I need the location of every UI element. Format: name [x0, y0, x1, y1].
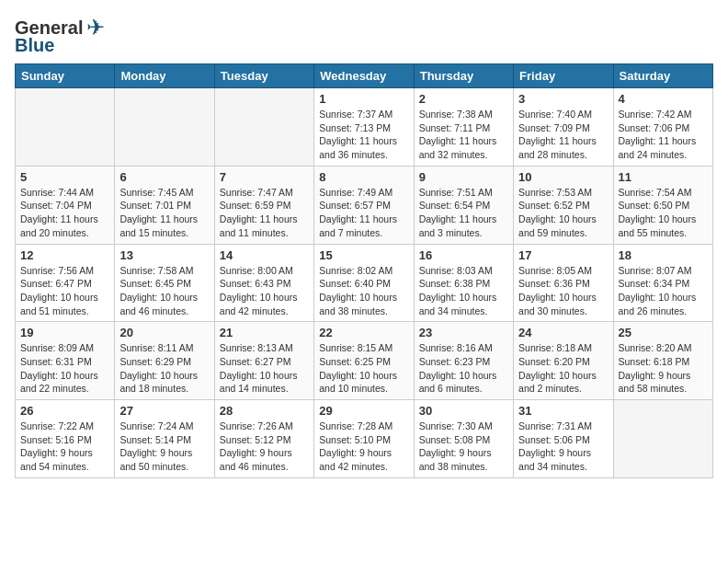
- day-info: Sunrise: 7:58 AM Sunset: 6:45 PM Dayligh…: [119, 264, 209, 318]
- calendar-cell: 29Sunrise: 7:28 AM Sunset: 5:10 PM Dayli…: [314, 400, 414, 478]
- day-number: 24: [518, 326, 608, 339]
- day-number: 7: [220, 170, 309, 184]
- day-info: Sunrise: 7:51 AM Sunset: 6:54 PM Dayligh…: [419, 186, 508, 240]
- day-number: 25: [619, 326, 708, 339]
- day-info: Sunrise: 7:45 AM Sunset: 7:01 PM Dayligh…: [119, 186, 209, 240]
- calendar-cell: 15Sunrise: 8:02 AM Sunset: 6:40 PM Dayli…: [314, 244, 414, 322]
- day-number: 15: [319, 248, 408, 262]
- day-number: 23: [419, 326, 508, 339]
- day-number: 19: [20, 326, 109, 339]
- day-info: Sunrise: 8:20 AM Sunset: 6:18 PM Dayligh…: [619, 341, 708, 396]
- day-info: Sunrise: 7:22 AM Sunset: 5:16 PM Dayligh…: [20, 419, 109, 474]
- calendar-cell: 22Sunrise: 8:15 AM Sunset: 6:25 PM Dayli…: [314, 322, 414, 400]
- calendar-cell: [16, 88, 115, 167]
- weekday-header-sunday: Sunday: [16, 64, 115, 88]
- calendar-cell: 14Sunrise: 8:00 AM Sunset: 6:43 PM Dayli…: [214, 244, 313, 322]
- calendar-cell: 31Sunrise: 7:31 AM Sunset: 5:06 PM Dayli…: [514, 400, 613, 478]
- calendar-cell: 17Sunrise: 8:05 AM Sunset: 6:36 PM Dayli…: [514, 244, 613, 322]
- calendar-cell: 21Sunrise: 8:13 AM Sunset: 6:27 PM Dayli…: [214, 322, 313, 400]
- day-number: 8: [319, 170, 408, 184]
- day-number: 30: [419, 404, 508, 418]
- calendar-cell: 11Sunrise: 7:54 AM Sunset: 6:50 PM Dayli…: [613, 166, 712, 244]
- day-info: Sunrise: 7:49 AM Sunset: 6:57 PM Dayligh…: [319, 186, 408, 240]
- day-number: 1: [319, 92, 408, 106]
- day-number: 9: [419, 170, 508, 184]
- calendar-cell: 4Sunrise: 7:42 AM Sunset: 7:06 PM Daylig…: [613, 88, 712, 167]
- day-number: 29: [319, 404, 408, 418]
- day-info: Sunrise: 7:42 AM Sunset: 7:06 PM Dayligh…: [619, 108, 708, 162]
- day-number: 21: [220, 326, 309, 339]
- day-number: 6: [119, 170, 209, 184]
- calendar-cell: 10Sunrise: 7:53 AM Sunset: 6:52 PM Dayli…: [514, 166, 613, 244]
- day-info: Sunrise: 8:11 AM Sunset: 6:29 PM Dayligh…: [119, 341, 209, 396]
- calendar-cell: 7Sunrise: 7:47 AM Sunset: 6:59 PM Daylig…: [214, 166, 313, 244]
- calendar-cell: 13Sunrise: 7:58 AM Sunset: 6:45 PM Dayli…: [115, 244, 214, 322]
- calendar-cell: 19Sunrise: 8:09 AM Sunset: 6:31 PM Dayli…: [16, 322, 115, 400]
- weekday-header-wednesday: Wednesday: [314, 64, 414, 88]
- day-number: 31: [518, 404, 608, 418]
- day-number: 5: [20, 170, 109, 184]
- calendar-week-row: 1Sunrise: 7:37 AM Sunset: 7:13 PM Daylig…: [16, 88, 713, 167]
- day-number: 10: [518, 170, 608, 184]
- calendar-cell: 8Sunrise: 7:49 AM Sunset: 6:57 PM Daylig…: [314, 166, 414, 244]
- day-info: Sunrise: 7:24 AM Sunset: 5:14 PM Dayligh…: [119, 419, 209, 474]
- calendar-week-row: 5Sunrise: 7:44 AM Sunset: 7:04 PM Daylig…: [16, 166, 713, 244]
- calendar-cell: 20Sunrise: 8:11 AM Sunset: 6:29 PM Dayli…: [115, 322, 214, 400]
- calendar-cell: 1Sunrise: 7:37 AM Sunset: 7:13 PM Daylig…: [314, 88, 414, 167]
- day-info: Sunrise: 8:00 AM Sunset: 6:43 PM Dayligh…: [220, 264, 309, 318]
- day-info: Sunrise: 8:05 AM Sunset: 6:36 PM Dayligh…: [518, 264, 608, 318]
- day-number: 2: [419, 92, 508, 106]
- calendar-cell: 16Sunrise: 8:03 AM Sunset: 6:38 PM Dayli…: [414, 244, 513, 322]
- calendar-cell: 25Sunrise: 8:20 AM Sunset: 6:18 PM Dayli…: [613, 322, 712, 400]
- day-info: Sunrise: 7:31 AM Sunset: 5:06 PM Dayligh…: [518, 419, 608, 474]
- day-info: Sunrise: 7:54 AM Sunset: 6:50 PM Dayligh…: [619, 186, 708, 240]
- day-number: 20: [119, 326, 209, 339]
- day-info: Sunrise: 7:56 AM Sunset: 6:47 PM Dayligh…: [20, 264, 109, 318]
- calendar-cell: [214, 88, 313, 167]
- calendar-header-row: SundayMondayTuesdayWednesdayThursdayFrid…: [16, 64, 713, 88]
- day-number: 14: [220, 248, 309, 262]
- day-info: Sunrise: 7:26 AM Sunset: 5:12 PM Dayligh…: [220, 419, 309, 474]
- weekday-header-saturday: Saturday: [613, 64, 712, 88]
- logo: General ✈ Blue: [15, 15, 105, 56]
- day-number: 17: [518, 248, 608, 262]
- calendar-cell: 28Sunrise: 7:26 AM Sunset: 5:12 PM Dayli…: [214, 400, 313, 478]
- day-number: 18: [619, 248, 708, 262]
- logo-blue-text: Blue: [15, 35, 54, 56]
- weekday-header-tuesday: Tuesday: [214, 64, 313, 88]
- calendar-week-row: 12Sunrise: 7:56 AM Sunset: 6:47 PM Dayli…: [16, 244, 713, 322]
- day-number: 13: [119, 248, 209, 262]
- weekday-header-friday: Friday: [514, 64, 613, 88]
- calendar-cell: 2Sunrise: 7:38 AM Sunset: 7:11 PM Daylig…: [414, 88, 513, 167]
- day-info: Sunrise: 7:44 AM Sunset: 7:04 PM Dayligh…: [20, 186, 109, 240]
- weekday-header-monday: Monday: [115, 64, 214, 88]
- day-number: 28: [220, 404, 309, 418]
- day-number: 4: [619, 92, 708, 106]
- calendar-cell: 18Sunrise: 8:07 AM Sunset: 6:34 PM Dayli…: [613, 244, 712, 322]
- day-info: Sunrise: 8:18 AM Sunset: 6:20 PM Dayligh…: [518, 341, 608, 396]
- day-number: 12: [20, 248, 109, 262]
- day-info: Sunrise: 7:47 AM Sunset: 6:59 PM Dayligh…: [220, 186, 309, 240]
- day-info: Sunrise: 7:37 AM Sunset: 7:13 PM Dayligh…: [319, 108, 408, 162]
- calendar-cell: [115, 88, 214, 167]
- calendar-cell: 6Sunrise: 7:45 AM Sunset: 7:01 PM Daylig…: [115, 166, 214, 244]
- calendar-body: 1Sunrise: 7:37 AM Sunset: 7:13 PM Daylig…: [16, 88, 713, 478]
- calendar-cell: 23Sunrise: 8:16 AM Sunset: 6:23 PM Dayli…: [414, 322, 513, 400]
- day-info: Sunrise: 8:02 AM Sunset: 6:40 PM Dayligh…: [319, 264, 408, 318]
- calendar-cell: 24Sunrise: 8:18 AM Sunset: 6:20 PM Dayli…: [514, 322, 613, 400]
- calendar-cell: 30Sunrise: 7:30 AM Sunset: 5:08 PM Dayli…: [414, 400, 513, 478]
- calendar-week-row: 26Sunrise: 7:22 AM Sunset: 5:16 PM Dayli…: [16, 400, 713, 478]
- day-number: 3: [518, 92, 608, 106]
- day-info: Sunrise: 7:28 AM Sunset: 5:10 PM Dayligh…: [319, 419, 408, 474]
- day-info: Sunrise: 7:38 AM Sunset: 7:11 PM Dayligh…: [419, 108, 508, 162]
- day-info: Sunrise: 7:53 AM Sunset: 6:52 PM Dayligh…: [518, 186, 608, 240]
- calendar: SundayMondayTuesdayWednesdayThursdayFrid…: [15, 63, 713, 478]
- day-info: Sunrise: 8:13 AM Sunset: 6:27 PM Dayligh…: [220, 341, 309, 396]
- calendar-cell: 5Sunrise: 7:44 AM Sunset: 7:04 PM Daylig…: [16, 166, 115, 244]
- day-number: 11: [619, 170, 708, 184]
- day-number: 16: [419, 248, 508, 262]
- calendar-cell: 3Sunrise: 7:40 AM Sunset: 7:09 PM Daylig…: [514, 88, 613, 167]
- day-info: Sunrise: 8:03 AM Sunset: 6:38 PM Dayligh…: [419, 264, 508, 318]
- day-info: Sunrise: 8:07 AM Sunset: 6:34 PM Dayligh…: [619, 264, 708, 318]
- day-number: 22: [319, 326, 408, 339]
